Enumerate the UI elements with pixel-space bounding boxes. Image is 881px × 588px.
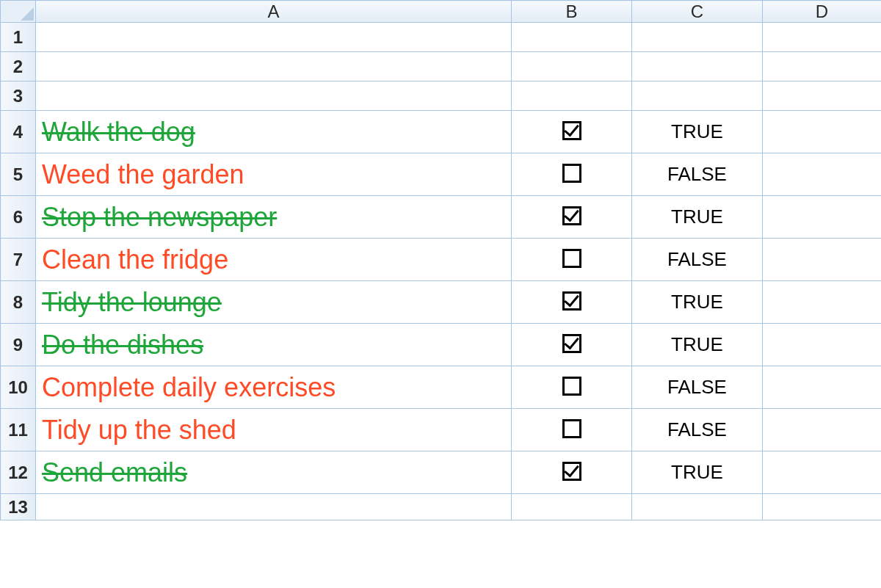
cell-A9[interactable]: Do the dishes <box>36 324 512 366</box>
cell-A4[interactable]: Walk the dog <box>36 111 512 153</box>
column-header-C[interactable]: C <box>632 1 763 23</box>
task-checkbox[interactable] <box>562 291 581 311</box>
column-header-D[interactable]: D <box>763 1 882 23</box>
linked-value: TRUE <box>671 120 723 142</box>
row-header-11[interactable]: 11 <box>1 409 36 451</box>
cell-C4[interactable]: TRUE <box>632 111 763 153</box>
cell-D8[interactable] <box>763 281 882 324</box>
cell-B1[interactable] <box>512 23 632 52</box>
row-header-8[interactable]: 8 <box>1 281 36 324</box>
cell-C13[interactable] <box>632 494 763 520</box>
cell-A10[interactable]: Complete daily exercises <box>36 366 512 409</box>
cell-B9[interactable] <box>512 324 632 366</box>
cell-B11[interactable] <box>512 409 632 451</box>
linked-value: TRUE <box>671 206 723 228</box>
task-checkbox[interactable] <box>562 206 581 225</box>
cell-D10[interactable] <box>763 366 882 409</box>
task-checkbox[interactable] <box>562 462 581 481</box>
task-text: Walk the dog <box>42 117 195 147</box>
cell-D6[interactable] <box>763 196 882 239</box>
cell-D9[interactable] <box>763 324 882 366</box>
cell-D4[interactable] <box>763 111 882 153</box>
task-text: Do the dishes <box>42 330 203 360</box>
task-checkbox[interactable] <box>562 334 581 353</box>
cell-C6[interactable]: TRUE <box>632 196 763 239</box>
cell-C11[interactable]: FALSE <box>632 409 763 451</box>
cell-A13[interactable] <box>36 494 512 520</box>
cell-C12[interactable]: TRUE <box>632 451 763 494</box>
cell-B4[interactable] <box>512 111 632 153</box>
linked-value: FALSE <box>667 376 727 398</box>
cell-D13[interactable] <box>763 494 882 520</box>
row-header-1[interactable]: 1 <box>1 23 36 52</box>
cell-B12[interactable] <box>512 451 632 494</box>
cell-D1[interactable] <box>763 23 882 52</box>
cell-B8[interactable] <box>512 281 632 324</box>
linked-value: TRUE <box>671 461 723 483</box>
cell-A5[interactable]: Weed the garden <box>36 153 512 196</box>
task-text: Complete daily exercises <box>42 372 336 402</box>
cell-C5[interactable]: FALSE <box>632 153 763 196</box>
row-header-2[interactable]: 2 <box>1 52 36 81</box>
cell-A7[interactable]: Clean the fridge <box>36 239 512 281</box>
task-text: Tidy the lounge <box>42 287 222 317</box>
task-text: Clean the fridge <box>42 244 228 275</box>
cell-A11[interactable]: Tidy up the shed <box>36 409 512 451</box>
task-checkbox[interactable] <box>562 377 581 396</box>
cell-D11[interactable] <box>763 409 882 451</box>
cell-D3[interactable] <box>763 81 882 111</box>
row-header-3[interactable]: 3 <box>1 81 36 111</box>
cell-A3[interactable] <box>36 81 512 111</box>
cell-B7[interactable] <box>512 239 632 281</box>
task-checkbox[interactable] <box>562 121 581 140</box>
linked-value: TRUE <box>671 291 723 313</box>
cell-A8[interactable]: Tidy the lounge <box>36 281 512 324</box>
task-text: Send emails <box>42 457 187 487</box>
row-header-9[interactable]: 9 <box>1 324 36 366</box>
row-header-12[interactable]: 12 <box>1 451 36 494</box>
task-checkbox[interactable] <box>562 164 581 183</box>
cell-D7[interactable] <box>763 239 882 281</box>
cell-B6[interactable] <box>512 196 632 239</box>
task-text: Stop the newspaper <box>42 202 277 232</box>
cell-B5[interactable] <box>512 153 632 196</box>
cell-A12[interactable]: Send emails <box>36 451 512 494</box>
cell-D12[interactable] <box>763 451 882 494</box>
row-header-10[interactable]: 10 <box>1 366 36 409</box>
cell-D2[interactable] <box>763 52 882 81</box>
linked-value: TRUE <box>671 333 723 355</box>
cell-C1[interactable] <box>632 23 763 52</box>
cell-B10[interactable] <box>512 366 632 409</box>
select-all-corner[interactable] <box>1 1 36 23</box>
column-header-A[interactable]: A <box>36 1 512 23</box>
row-header-6[interactable]: 6 <box>1 196 36 239</box>
cell-C10[interactable]: FALSE <box>632 366 763 409</box>
column-header-B[interactable]: B <box>512 1 632 23</box>
spreadsheet-grid: A B C D 1234Walk the dogTRUE5Weed the ga… <box>0 0 881 520</box>
cell-B3[interactable] <box>512 81 632 111</box>
cell-A1[interactable] <box>36 23 512 52</box>
task-checkbox[interactable] <box>562 419 581 438</box>
cell-C2[interactable] <box>632 52 763 81</box>
cell-B2[interactable] <box>512 52 632 81</box>
cell-C7[interactable]: FALSE <box>632 239 763 281</box>
svg-marker-0 <box>21 7 34 21</box>
linked-value: FALSE <box>667 248 727 270</box>
row-header-4[interactable]: 4 <box>1 111 36 153</box>
task-checkbox[interactable] <box>562 249 581 268</box>
linked-value: FALSE <box>667 163 727 185</box>
cell-D5[interactable] <box>763 153 882 196</box>
cell-C8[interactable]: TRUE <box>632 281 763 324</box>
row-header-13[interactable]: 13 <box>1 494 36 520</box>
cell-C9[interactable]: TRUE <box>632 324 763 366</box>
cell-A6[interactable]: Stop the newspaper <box>36 196 512 239</box>
task-text: Tidy up the shed <box>42 415 236 445</box>
cell-B13[interactable] <box>512 494 632 520</box>
row-header-7[interactable]: 7 <box>1 239 36 281</box>
linked-value: FALSE <box>667 418 727 440</box>
row-header-5[interactable]: 5 <box>1 153 36 196</box>
cell-A2[interactable] <box>36 52 512 81</box>
task-text: Weed the garden <box>42 159 244 189</box>
cell-C3[interactable] <box>632 81 763 111</box>
